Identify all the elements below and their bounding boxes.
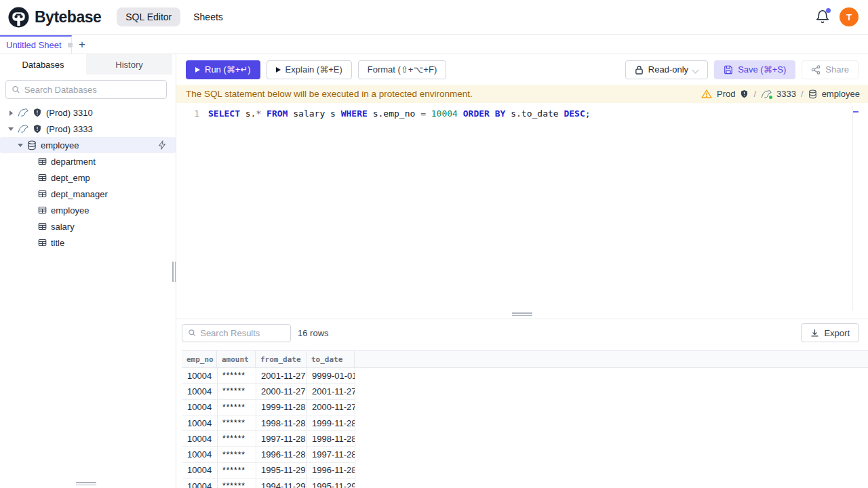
format-button[interactable]: Format (⇧+⌥+F)	[358, 60, 446, 79]
results-search[interactable]	[182, 324, 291, 342]
instance-label: 3333	[776, 89, 796, 99]
sql-token: s.to_date	[505, 108, 564, 119]
table-cell: 10004	[182, 447, 218, 462]
table-row[interactable]: 10004******2001-11-279999-01-01	[182, 368, 355, 384]
table-cell: ******	[218, 431, 256, 446]
sheet-tab-label: Untitled Sheet	[6, 40, 62, 50]
editor-toolbar: Run (⌘+↵) Explain (⌘+E) Format (⇧+⌥+F) R…	[176, 54, 868, 85]
results-search-input[interactable]	[200, 328, 285, 338]
explain-label: Explain (⌘+E)	[285, 64, 342, 75]
sql-token: =	[420, 108, 426, 119]
sheet-tab-untitled[interactable]: Untitled Sheet	[0, 35, 72, 54]
lightning-icon[interactable]	[158, 140, 166, 150]
bytebase-logo[interactable]: Bytebase	[8, 7, 101, 28]
save-icon	[724, 65, 733, 75]
export-label: Export	[824, 328, 850, 338]
column-header[interactable]: to_date	[307, 351, 355, 367]
table-row[interactable]: 10004******1996-11-281997-11-28	[182, 447, 355, 462]
connection-breadcrumb: Prod / 3333 / employee	[701, 89, 860, 99]
database-label: employee	[41, 140, 79, 150]
readonly-mode-dropdown[interactable]: Read-only	[625, 60, 708, 79]
sql-token: s.	[240, 108, 256, 119]
instance-prod-3310[interactable]: (Prod) 3310	[0, 104, 176, 121]
breadcrumb-separator: /	[753, 89, 756, 99]
sql-token	[261, 108, 267, 119]
database-search[interactable]	[5, 80, 167, 99]
mysql-icon	[18, 124, 28, 134]
table-cell: 10004	[182, 368, 218, 383]
warning-icon	[701, 89, 712, 99]
chevron-down-icon	[693, 67, 698, 73]
database-search-input[interactable]	[24, 85, 161, 95]
table-icon	[38, 190, 47, 198]
nav-sheets[interactable]: Sheets	[184, 7, 232, 26]
sidebar-bottom-resize-handle[interactable]	[76, 482, 96, 486]
export-button[interactable]: Export	[801, 323, 859, 342]
results-toolbar: 16 rows Export	[176, 321, 868, 345]
table-row[interactable]: 10004******1995-11-291996-11-28	[182, 463, 355, 479]
explain-button[interactable]: Explain (⌘+E)	[267, 60, 352, 79]
table-cell: ******	[218, 368, 256, 383]
run-button[interactable]: Run (⌘+↵)	[186, 60, 260, 79]
table-icon	[38, 222, 47, 230]
search-icon	[12, 85, 20, 94]
column-header[interactable]: emp_no	[182, 351, 217, 367]
add-sheet-button[interactable]: +	[72, 35, 92, 54]
lock-icon	[635, 65, 644, 75]
bytebase-logo-icon	[8, 7, 29, 28]
table-cell: 1998-11-28	[256, 415, 307, 430]
nav-sql-editor[interactable]: SQL Editor	[117, 7, 180, 26]
download-icon	[810, 329, 819, 338]
column-header[interactable]: from_date	[256, 351, 307, 367]
sidebar-table-item[interactable]: salary	[0, 218, 176, 235]
share-icon	[811, 65, 821, 75]
chevron-right-icon[interactable]	[8, 110, 14, 115]
sql-token: ORDER BY	[463, 108, 506, 119]
chevron-down-icon[interactable]	[8, 126, 14, 131]
results-grid: emp_noamountfrom_dateto_date 10004******…	[182, 350, 868, 488]
tab-databases[interactable]: Databases	[0, 54, 86, 75]
sheet-tab-bar: Untitled Sheet +	[0, 35, 868, 54]
table-cell: ******	[218, 463, 256, 478]
table-cell: 10004	[182, 384, 218, 399]
table-row[interactable]: 10004******1994-11-291995-11-29	[182, 479, 355, 488]
sidebar-tabs: Databases History	[0, 54, 172, 75]
table-cell: 1997-11-28	[256, 431, 307, 446]
notifications-button[interactable]	[815, 9, 830, 24]
search-icon	[188, 328, 196, 338]
env-label: Prod	[717, 89, 735, 99]
table-row[interactable]: 10004******1998-11-281999-11-28	[182, 415, 355, 431]
table-row[interactable]: 10004******1999-11-282000-11-27	[182, 400, 355, 415]
share-button[interactable]: Share	[802, 60, 859, 79]
sidebar-table-item[interactable]: dept_emp	[0, 169, 176, 186]
table-label: dept_emp	[51, 173, 90, 183]
instance-label: (Prod) 3310	[46, 108, 93, 118]
save-button[interactable]: Save (⌘+S)	[714, 60, 795, 79]
sidebar-table-item[interactable]: department	[0, 153, 176, 169]
sql-token: s.emp_no	[368, 108, 420, 119]
instance-label: (Prod) 3333	[46, 124, 93, 134]
table-cell: 9999-01-01	[307, 368, 355, 383]
results-resize-handle[interactable]	[512, 312, 532, 317]
tables-list: departmentdept_empdept_manageremployeesa…	[0, 153, 176, 251]
sql-token: WHERE	[341, 108, 368, 119]
tab-history[interactable]: History	[86, 54, 172, 75]
column-header[interactable]: amount	[217, 351, 256, 367]
sidebar-table-item[interactable]: employee	[0, 202, 176, 218]
table-cell: 1995-11-29	[256, 463, 307, 478]
database-item-employee[interactable]: employee	[0, 137, 176, 153]
database-label: employee	[822, 89, 860, 99]
table-cell: 2000-11-27	[256, 384, 307, 399]
table-row[interactable]: 10004******2000-11-272001-11-27	[182, 384, 355, 399]
ruler-cursor-tick	[853, 111, 859, 113]
table-cell: 2000-11-27	[307, 400, 355, 415]
sql-token: DESC	[564, 108, 585, 119]
overview-ruler	[852, 106, 860, 311]
table-row[interactable]: 10004******1997-11-281998-11-28	[182, 431, 355, 447]
chevron-down-icon[interactable]	[18, 142, 23, 148]
avatar[interactable]: T	[840, 7, 859, 26]
instance-prod-3333[interactable]: (Prod) 3333	[0, 121, 176, 137]
sidebar-table-item[interactable]: dept_manager	[0, 186, 176, 202]
sql-editor[interactable]: 1 SELECT s.* FROM salary s WHERE s.emp_n…	[176, 106, 868, 311]
sidebar-table-item[interactable]: title	[0, 235, 176, 251]
